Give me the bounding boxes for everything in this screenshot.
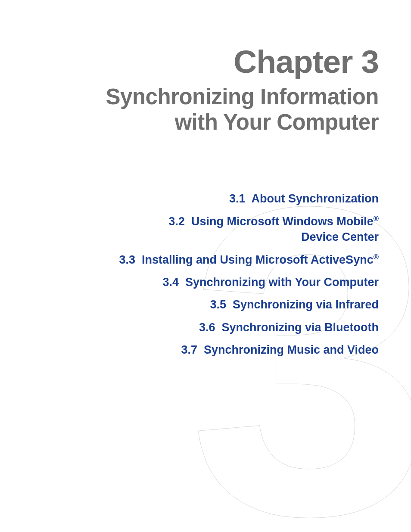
content-block: Chapter 3 Synchronizing Information with…: [32, 43, 379, 358]
chapter-title: Synchronizing Information with Your Comp…: [32, 84, 379, 135]
toc-item-3-6[interactable]: 3.6 Synchronizing via Bluetooth: [199, 320, 379, 335]
toc-item-3-5[interactable]: 3.5 Synchronizing via Infrared: [210, 297, 379, 312]
toc-item-3-1[interactable]: 3.1 About Synchronization: [229, 191, 379, 206]
chapter-title-line2: with Your Computer: [174, 110, 379, 134]
toc-item-3-3[interactable]: 3.3 Installing and Using Microsoft Activ…: [119, 252, 379, 268]
page-container: 3 Chapter 3 Synchronizing Information wi…: [0, 0, 411, 532]
toc-item-3-7[interactable]: 3.7 Synchronizing Music and Video: [181, 342, 379, 358]
table-of-contents: 3.1 About Synchronization 3.2 Using Micr…: [32, 191, 379, 358]
chapter-title-line1: Synchronizing Information: [106, 84, 379, 109]
toc-item-3-2[interactable]: 3.2 Using Microsoft Windows Mobile®Devic…: [168, 214, 379, 245]
toc-item-3-4[interactable]: 3.4 Synchronizing with Your Computer: [162, 274, 379, 290]
chapter-label: Chapter 3: [32, 43, 379, 80]
